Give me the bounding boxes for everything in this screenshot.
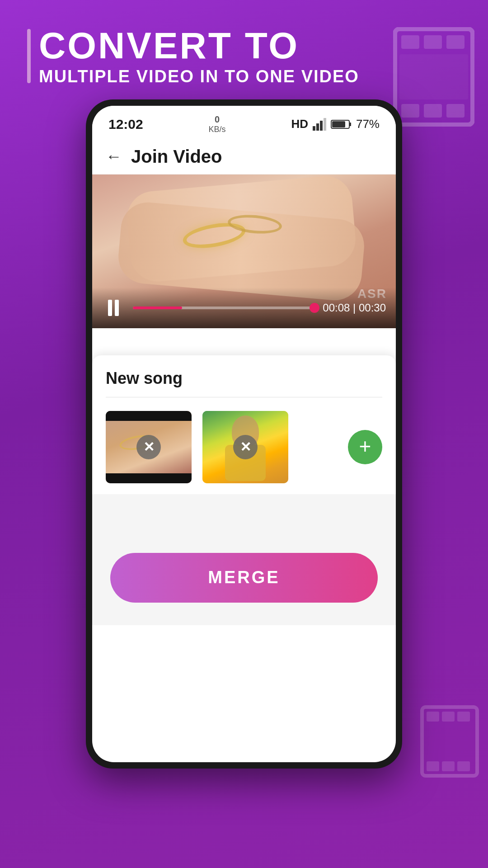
svg-rect-5 [424, 104, 442, 118]
spacer-gray [92, 494, 396, 539]
merge-button[interactable]: MERGE [110, 553, 378, 603]
progress-fill [133, 307, 182, 309]
network-info: 0 KB/s [209, 114, 226, 135]
signal-icon [313, 118, 326, 131]
remove-video2-button[interactable]: ✕ [233, 435, 258, 459]
film-strip-decoration-bottom [420, 705, 479, 778]
remove-video1-button[interactable]: ✕ [136, 435, 161, 459]
header-area: CONVERT TO MULTIPLE VIDEO IN TO ONE VIDE… [27, 27, 389, 86]
svg-marker-16 [316, 123, 319, 131]
back-button[interactable]: ← [106, 147, 122, 166]
battery-level: 77% [356, 117, 380, 131]
status-time: 12:02 [108, 117, 143, 132]
status-right-icons: HD 77% [291, 117, 380, 131]
svg-rect-11 [457, 712, 470, 722]
header-subtitle: MULTIPLE VIDEO IN TO ONE VIDEO [39, 67, 359, 86]
video-time: 00:08 | 00:30 [323, 302, 386, 314]
app-title: Join Video [131, 146, 222, 167]
video-player[interactable]: ASR 00:08 | 00:30 [92, 175, 396, 328]
header-accent-bar [27, 29, 31, 83]
film-strip-decoration [393, 27, 474, 127]
video-thumbnails-row: ✕ ✕ + [106, 411, 382, 483]
merge-label: MERGE [208, 568, 280, 587]
new-song-card: New song ✕ [92, 355, 396, 494]
svg-marker-15 [313, 126, 315, 131]
status-bar: 12:02 0 KB/s HD [92, 106, 396, 139]
video-thumb-1[interactable]: ✕ [106, 411, 192, 483]
pause-button[interactable] [102, 297, 125, 319]
svg-rect-6 [446, 104, 465, 118]
add-video-button[interactable]: + [348, 430, 382, 464]
battery-icon [331, 119, 352, 130]
svg-rect-2 [424, 35, 442, 49]
svg-rect-4 [401, 104, 419, 118]
progress-bar[interactable] [133, 307, 314, 309]
header-title: CONVERT TO [39, 27, 359, 64]
phone-mockup: 12:02 0 KB/s HD [86, 99, 402, 769]
merge-area: MERGE [92, 539, 396, 625]
svg-rect-14 [457, 761, 470, 771]
svg-marker-18 [324, 118, 326, 131]
video-controls[interactable]: 00:08 | 00:30 [92, 288, 396, 328]
svg-rect-7 [399, 54, 468, 99]
progress-thumb[interactable] [310, 303, 319, 313]
pause-icon [108, 300, 119, 316]
spacer-white [92, 328, 396, 355]
hd-label: HD [291, 117, 308, 131]
divider [106, 397, 382, 397]
svg-rect-21 [332, 121, 345, 127]
app-bar: ← Join Video [92, 139, 396, 175]
remove-icon-2: ✕ [240, 440, 251, 454]
svg-rect-12 [427, 761, 439, 771]
video-thumb-2[interactable]: ✕ [202, 411, 288, 483]
svg-rect-13 [442, 761, 455, 771]
new-song-title: New song [106, 369, 382, 388]
add-icon: + [359, 436, 371, 457]
svg-rect-9 [427, 712, 439, 722]
svg-rect-3 [446, 35, 465, 49]
remove-icon: ✕ [143, 440, 155, 454]
svg-rect-10 [442, 712, 455, 722]
svg-marker-17 [320, 121, 323, 131]
phone-screen: 12:02 0 KB/s HD [92, 106, 396, 762]
progress-track[interactable] [133, 307, 314, 309]
svg-rect-1 [401, 35, 419, 49]
svg-rect-20 [349, 123, 351, 126]
